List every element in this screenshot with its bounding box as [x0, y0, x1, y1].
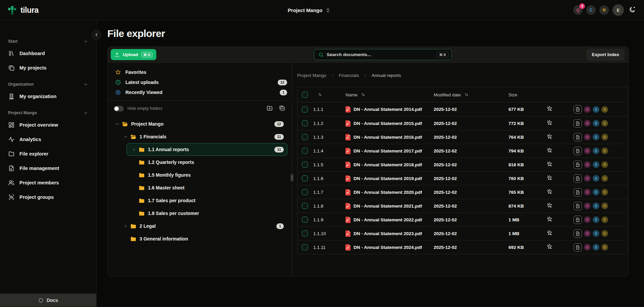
- star-off-icon[interactable]: [547, 244, 552, 250]
- sidebar-section-header-start[interactable]: Start: [0, 37, 96, 46]
- file-question-button[interactable]: [574, 161, 582, 169]
- row-checkbox[interactable]: [302, 162, 308, 168]
- avatar-c[interactable]: C: [586, 5, 596, 15]
- table-row[interactable]: 1.1.10DN - Annual Statement 2023.pdf2025…: [298, 226, 628, 240]
- quick-access-favorites[interactable]: Favorites: [108, 67, 292, 77]
- chevron-down-icon[interactable]: [115, 122, 121, 126]
- sidebar-item-dashboard[interactable]: Dashboard: [0, 46, 96, 60]
- sidebar-item-project-groups[interactable]: Project groups: [0, 190, 96, 204]
- table-row[interactable]: 1.1.7DN - Annual Statement 2020.pdf2025-…: [298, 185, 628, 199]
- row-checkbox[interactable]: [302, 148, 308, 154]
- chevron-right-icon[interactable]: [132, 147, 138, 152]
- file-question-button[interactable]: [574, 202, 582, 210]
- star-off-icon[interactable]: [547, 175, 552, 181]
- tree-node-1-7-sales-per-product[interactable]: 1.7 Sales per product: [126, 194, 287, 207]
- breadcrumb-item-financials[interactable]: Financials: [339, 73, 359, 78]
- file-question-button[interactable]: [574, 147, 582, 155]
- breadcrumb-item-annual-reports[interactable]: Annual reports: [372, 73, 401, 78]
- file-question-button[interactable]: [574, 105, 582, 114]
- tree-node-1-financials[interactable]: 1 Financials11: [118, 130, 287, 143]
- star-off-icon[interactable]: [547, 216, 552, 222]
- sort-name-icon[interactable]: [361, 92, 366, 97]
- sidebar-section-header-organization[interactable]: Organization: [0, 80, 96, 89]
- theme-toggle-button[interactable]: [629, 6, 636, 14]
- collapse-all-button[interactable]: [279, 105, 285, 113]
- tree-node-1-5-monthly-figures[interactable]: 1.5 Monthly figures: [126, 169, 287, 181]
- quick-access-latest-uploads[interactable]: Latest uploads12: [108, 77, 292, 87]
- row-checkbox[interactable]: [302, 244, 308, 250]
- upload-button[interactable]: Upload ⌘ U: [111, 49, 156, 60]
- file-id: 1.1.4: [313, 148, 345, 154]
- sidebar-item-my-projects[interactable]: My projects: [0, 60, 96, 75]
- tree-node-1-1-annual-reports[interactable]: 1.1 Annual reports11: [126, 143, 287, 156]
- row-checkbox[interactable]: [302, 189, 308, 195]
- sidebar-item-project-members[interactable]: Project members: [0, 175, 96, 190]
- file-question-button[interactable]: [574, 174, 582, 183]
- sidebar-collapse-button[interactable]: [92, 30, 101, 40]
- tree-node-2-legal[interactable]: 2 Legal1: [118, 220, 287, 232]
- star-off-icon[interactable]: [547, 106, 552, 112]
- search-input[interactable]: [327, 52, 434, 57]
- sort-modified-icon[interactable]: [464, 92, 469, 97]
- file-question-button[interactable]: [574, 133, 582, 141]
- pane-resize-handle[interactable]: [290, 174, 293, 182]
- table-row[interactable]: 1.1.9DN - Annual Statement 2022.pdf2025-…: [298, 213, 628, 226]
- select-all-checkbox[interactable]: [302, 92, 308, 98]
- file-question-button[interactable]: [574, 243, 582, 252]
- avatar-e[interactable]: E: [612, 4, 624, 16]
- sort-id-icon[interactable]: [318, 92, 322, 97]
- avatar-q[interactable]: Q3: [573, 5, 583, 15]
- search-box[interactable]: ⌘ K: [314, 49, 452, 60]
- row-checkbox[interactable]: [302, 106, 308, 113]
- brand[interactable]: tilura: [7, 5, 39, 15]
- row-checkbox[interactable]: [302, 175, 308, 181]
- avatar-n[interactable]: N: [599, 5, 609, 15]
- new-folder-button[interactable]: [266, 105, 273, 113]
- table-row[interactable]: 1.1.2DN - Annual Statement 2015.pdf2025-…: [298, 116, 628, 130]
- row-checkbox[interactable]: [302, 120, 308, 126]
- star-off-icon[interactable]: [547, 230, 552, 236]
- file-question-button[interactable]: [574, 188, 582, 196]
- chevron-right-icon[interactable]: [123, 224, 130, 228]
- table-row[interactable]: 1.1.11DN - Annual Statement 2024.pdf2025…: [298, 240, 628, 254]
- file-question-button[interactable]: [574, 119, 582, 128]
- sidebar-item-file-management[interactable]: File management: [0, 161, 96, 175]
- file-question-button[interactable]: [574, 229, 582, 238]
- tree-node-project-mango[interactable]: Project Mango12: [110, 118, 287, 130]
- breadcrumb-item-project-mango[interactable]: Project Mango: [297, 73, 326, 78]
- star-off-icon[interactable]: [547, 189, 552, 194]
- modified-date: 2025-12-02: [434, 135, 508, 140]
- row-checkbox[interactable]: [302, 203, 308, 209]
- hide-empty-folders-toggle[interactable]: [114, 106, 124, 112]
- star-off-icon[interactable]: [547, 120, 552, 126]
- row-checkbox[interactable]: [302, 217, 308, 223]
- table-row[interactable]: 1.1.1DN - Annual Statement 2014.pdf2025-…: [298, 102, 628, 116]
- export-index-button[interactable]: Export Index: [586, 49, 625, 61]
- table-row[interactable]: 1.1.6DN - Annual Statement 2019.pdf2025-…: [298, 171, 628, 185]
- star-off-icon[interactable]: [547, 134, 552, 139]
- file-size: 677 KB: [508, 107, 547, 112]
- tree-node-1-8-sales-per-customer[interactable]: 1.8 Sales per customer: [126, 207, 287, 220]
- file-question-button[interactable]: [574, 216, 582, 224]
- table-row[interactable]: 1.1.5DN - Annual Statement 2018.pdf2025-…: [298, 158, 628, 171]
- table-row[interactable]: 1.1.3DN - Annual Statement 2016.pdf2025-…: [298, 130, 628, 144]
- star-off-icon[interactable]: [547, 147, 552, 153]
- sidebar-section-header-project-mango[interactable]: Project Mango: [0, 108, 96, 118]
- row-checkbox[interactable]: [302, 230, 308, 236]
- project-selector[interactable]: Project Mango: [288, 7, 331, 13]
- star-off-icon[interactable]: [547, 161, 552, 167]
- sidebar-item-file-explorer[interactable]: File explorer: [0, 146, 96, 161]
- row-checkbox[interactable]: [302, 134, 308, 140]
- star-off-icon[interactable]: [547, 203, 552, 208]
- tree-node-1-6-master-sheet[interactable]: 1.6 Master sheet: [126, 181, 287, 194]
- sidebar-item-project-overview[interactable]: Project overview: [0, 118, 96, 132]
- tree-node-3-general-information[interactable]: 3 General information: [118, 232, 287, 245]
- tree-node-1-2-quarterly-reports[interactable]: 1.2 Quarterly reports: [126, 156, 287, 169]
- table-row[interactable]: 1.1.4DN - Annual Statement 2017.pdf2025-…: [298, 144, 628, 158]
- sidebar-item-analytics[interactable]: Analytics: [0, 132, 96, 146]
- quick-access-recently-viewed[interactable]: Recently Viewed1: [108, 87, 292, 97]
- sidebar-item-my-organization[interactable]: My organization: [0, 89, 96, 103]
- table-row[interactable]: 1.1.8DN - Annual Statement 2021.pdf2025-…: [298, 199, 628, 213]
- sidebar-item-docs[interactable]: Docs: [0, 294, 96, 307]
- chevron-down-icon[interactable]: [123, 135, 130, 139]
